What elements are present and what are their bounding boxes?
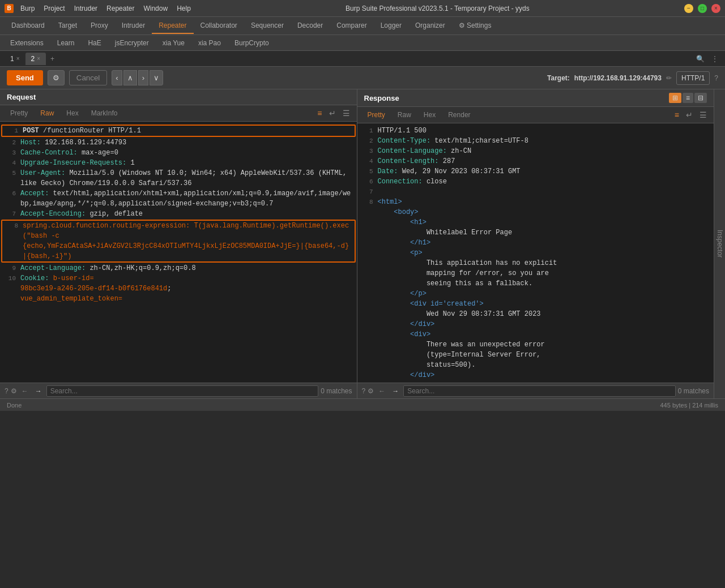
edit-target-icon[interactable]: ✏ (666, 74, 672, 82)
tab-dashboard[interactable]: Dashboard (5, 18, 52, 34)
status-info: 445 bytes | 214 millis (660, 402, 718, 409)
resp-line-8: 8 <html> (357, 197, 714, 207)
req-menu-icon[interactable]: ☰ (340, 108, 352, 119)
nav-up-button[interactable]: ∧ (123, 70, 137, 85)
resp-help-icon[interactable]: ? (362, 387, 366, 395)
req-highlighted-block: 8 spring.cloud.function.routing-expressi… (1, 220, 356, 263)
request-code-area: 1 POST /functionRouter HTTP/1.1 2 Host: … (0, 122, 357, 383)
target-label: Target: (547, 74, 570, 82)
minimize-button[interactable]: − (684, 4, 693, 13)
help-icon[interactable]: ? (714, 74, 718, 82)
panels-area: Request Pretty Raw Hex MarkInfo ≡ ↵ ☰ 1 … (0, 89, 714, 398)
req-tab-markinfo[interactable]: MarkInfo (86, 108, 123, 119)
request-panel-header: Request (0, 89, 357, 105)
resp-split-view-icon[interactable]: ⊞ (669, 93, 681, 103)
resp-detail-view-icon[interactable]: ⊟ (694, 93, 707, 103)
resp-matches-count: 0 matches (678, 387, 709, 395)
repeater-tab-2[interactable]: 2 × (25, 53, 46, 65)
req-help-icon[interactable]: ? (5, 387, 8, 395)
resp-line-19: Wed Nov 29 08:37:31 GMT 2023 (357, 309, 714, 319)
resp-line-10: <h1> (357, 217, 714, 228)
req-tab-pretty[interactable]: Pretty (5, 108, 33, 119)
close-tab-2-icon[interactable]: × (37, 55, 40, 62)
req-nav-back[interactable]: ← (19, 386, 31, 396)
req-line-3: 3 Cache-Control: max-age=0 (0, 148, 357, 158)
resp-tab-raw[interactable]: Raw (392, 109, 417, 121)
req-line-8: 8 spring.cloud.function.routing-expressi… (2, 221, 355, 241)
req-config-icon[interactable]: ⚙ (11, 387, 17, 395)
send-button[interactable]: Send (7, 70, 43, 85)
tab-decoder[interactable]: Decoder (291, 18, 330, 34)
menu-window[interactable]: Window (143, 5, 168, 12)
resp-nav-back[interactable]: ← (376, 386, 387, 396)
menu-burp[interactable]: Burp (20, 5, 35, 12)
req-search-input[interactable] (46, 385, 318, 397)
req-ln-icon[interactable]: ↵ (327, 108, 338, 119)
resp-ln-icon[interactable]: ↵ (684, 109, 695, 121)
resp-line-6: 6 Connection: close (357, 177, 714, 187)
close-tab-1-icon[interactable]: × (16, 55, 20, 62)
menu-intruder[interactable]: Intruder (74, 5, 97, 12)
request-panel: Request Pretty Raw Hex MarkInfo ≡ ↵ ☰ 1 … (0, 89, 357, 398)
resp-line-7: 7 (357, 187, 714, 197)
resp-menu-icon[interactable]: ☰ (697, 109, 709, 121)
resp-word-wrap-icon[interactable]: ≡ (672, 109, 681, 121)
ext-hae[interactable]: HaE (82, 37, 106, 49)
ext-burpcrypto[interactable]: BurpCrypto (229, 37, 275, 49)
tab-menu-icon[interactable]: ⋮ (709, 54, 720, 64)
tab-intruder[interactable]: Intruder (115, 18, 152, 34)
ext-xiayue[interactable]: xia Yue (157, 37, 190, 49)
tab-proxy[interactable]: Proxy (84, 18, 115, 34)
toolbar: Send ⚙ Cancel ‹ ∧ › ∨ Target: http://192… (0, 67, 725, 89)
settings-button[interactable]: ⚙ (48, 70, 65, 85)
add-repeater-tab[interactable]: + (46, 53, 59, 65)
nav-back-button[interactable]: ‹ (112, 70, 122, 85)
req-matches-count: 0 matches (321, 387, 352, 395)
window-title: Burp Suite Professional v2023.5.1 - Temp… (346, 5, 530, 12)
tab-collaborator[interactable]: Collaborator (194, 18, 244, 34)
repeater-tab-bar: 1 × 2 × + 🔍 ⋮ (0, 51, 725, 67)
close-button[interactable]: × (711, 4, 720, 13)
resp-tab-render[interactable]: Render (442, 109, 476, 121)
maximize-button[interactable]: □ (698, 4, 707, 13)
repeater-tab-1[interactable]: 1 × (5, 53, 25, 65)
resp-line-25: </div> (357, 370, 714, 380)
menu-repeater[interactable]: Repeater (106, 5, 134, 12)
resp-line-22: There was an unexpected error (357, 340, 714, 350)
tab-settings[interactable]: ⚙ Settings (452, 18, 498, 34)
tab-target[interactable]: Target (52, 18, 84, 34)
cancel-button[interactable]: Cancel (69, 70, 108, 85)
resp-line-13: <p> (357, 248, 714, 258)
resp-tab-pretty[interactable]: Pretty (362, 109, 391, 121)
response-code-area: 1 HTTP/1.1 500 2 Content-Type: text/html… (357, 123, 714, 383)
inspector-panel[interactable]: Inspector (714, 89, 725, 398)
req-tab-raw[interactable]: Raw (35, 108, 59, 119)
ext-jsencrypter[interactable]: jsEncrypter (109, 37, 155, 49)
resp-nav-forward[interactable]: → (390, 386, 401, 396)
req-word-wrap-icon[interactable]: ≡ (315, 108, 324, 119)
resp-tab-hex[interactable]: Hex (418, 109, 441, 121)
req-nav-forward[interactable]: → (33, 386, 44, 396)
ext-xiapao[interactable]: xia Pao (193, 37, 227, 49)
nav-forward-button[interactable]: › (138, 70, 148, 85)
resp-search-input[interactable] (403, 385, 675, 397)
menu-project[interactable]: Project (44, 5, 65, 12)
tab-organizer[interactable]: Organizer (408, 18, 452, 34)
tab-repeater[interactable]: Repeater (152, 18, 193, 34)
req-line-6: 6 Accept: text/html,application/xhtml+xm… (0, 188, 357, 209)
ext-learn[interactable]: Learn (52, 37, 80, 49)
resp-list-view-icon[interactable]: ≡ (683, 93, 693, 103)
req-tab-hex[interactable]: Hex (61, 108, 84, 119)
tab-sequencer[interactable]: Sequencer (244, 18, 291, 34)
menu-help[interactable]: Help (177, 5, 191, 12)
search-icon[interactable]: 🔍 (694, 54, 707, 64)
req-line-5: 5 User-Agent: Mozilla/5.0 (Windows NT 10… (0, 168, 357, 188)
http-version[interactable]: HTTP/1 (676, 71, 710, 85)
request-panel-title: Request (7, 93, 36, 101)
nav-down-button[interactable]: ∨ (150, 70, 163, 85)
ext-extensions[interactable]: Extensions (5, 37, 49, 49)
tab-comparer[interactable]: Comparer (330, 18, 373, 34)
resp-config-icon[interactable]: ⚙ (368, 387, 374, 395)
tab-logger[interactable]: Logger (374, 18, 408, 34)
req-line-10b: 98bc3e19-a246-205e-df14-b0f6176e841d; (0, 284, 357, 294)
